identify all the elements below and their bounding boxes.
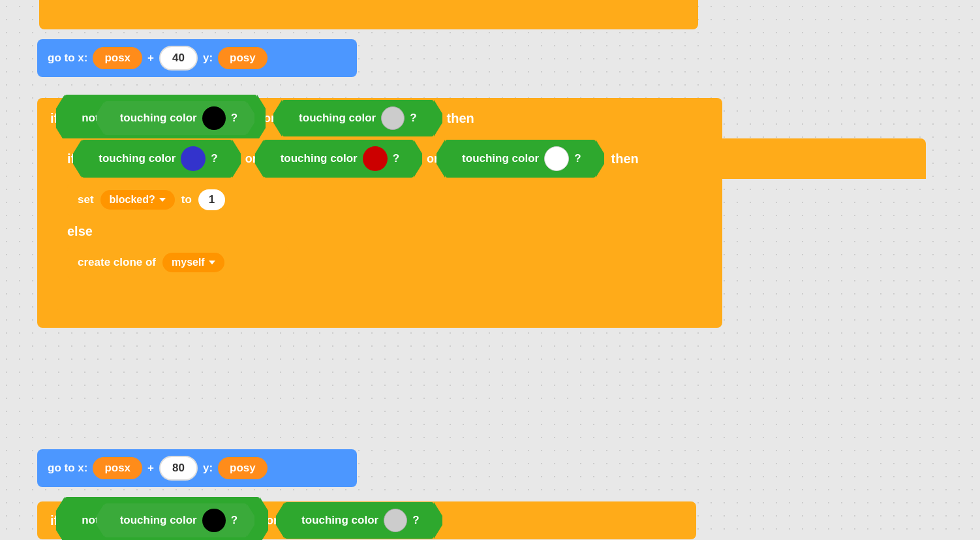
y-label: y:: [203, 52, 213, 65]
else-row: else: [57, 217, 717, 246]
plus-label: +: [147, 52, 154, 65]
clone-block[interactable]: create clone of myself: [67, 246, 289, 279]
touching-color-label-3: touching color: [99, 152, 176, 165]
inner-c-area: if touching color ? or touching color ?: [57, 138, 717, 312]
touching-color-gray-hex[interactable]: touching color ?: [282, 100, 433, 136]
inner-c-bottom-gap: [57, 279, 717, 307]
if-outer-header: if not touching color ? or touching colo…: [37, 98, 722, 138]
posx-oval[interactable]: posx: [93, 47, 142, 69]
touching-color-blue-hex[interactable]: touching color ?: [82, 140, 232, 178]
question-3: ?: [211, 152, 217, 165]
posx-oval-2[interactable]: posx: [93, 457, 142, 479]
value-oval-1[interactable]: 40: [159, 46, 198, 71]
touching-color-white-hex[interactable]: touching color ?: [445, 140, 595, 178]
partial-hex[interactable]: not touching color ?: [65, 497, 260, 540]
color-black-circle-2[interactable]: [202, 509, 226, 532]
if-inner-row: if touching color ? or touching color ?: [57, 138, 717, 179]
to-label: to: [181, 193, 192, 206]
not-hex-wrapper[interactable]: not touching color ?: [65, 95, 257, 142]
goto-block-1[interactable]: go to x: posx + 40 y: posy: [37, 39, 357, 77]
var-dropdown[interactable]: blocked?: [100, 190, 175, 210]
bottom-orange-bar: if not touching color ? or touching colo…: [37, 501, 696, 539]
then-label-outer: then: [447, 111, 474, 126]
plus-label-2: +: [147, 462, 154, 475]
set-block[interactable]: set blocked? to 1: [67, 183, 312, 217]
top-bar: [39, 0, 698, 29]
question-2: ?: [410, 112, 416, 125]
touching-color-label-2: touching color: [299, 112, 376, 125]
else-label: else: [67, 224, 93, 239]
touching-color-red-hex[interactable]: touching color ?: [264, 140, 414, 178]
var-name: blocked?: [110, 194, 155, 206]
value-oval-set[interactable]: 1: [198, 189, 225, 210]
color-gray-circle-2[interactable]: [384, 509, 407, 532]
touching-color-label-5: touching color: [462, 152, 539, 165]
posy-oval[interactable]: posy: [218, 47, 268, 69]
value-oval-2[interactable]: 80: [159, 456, 198, 481]
color-blue-circle[interactable]: [181, 146, 206, 171]
question-5: ?: [574, 152, 581, 165]
touching-color-black-hex[interactable]: touching color ?: [104, 101, 247, 135]
goto-label: go to x:: [48, 52, 87, 65]
set-label: set: [78, 193, 94, 206]
partial-gray-hex[interactable]: touching color ?: [284, 502, 433, 539]
y-label-2: y:: [203, 462, 213, 475]
outer-c-bottom-gap: [37, 312, 722, 321]
goto-block-2[interactable]: go to x: posx + 80 y: posy: [37, 449, 357, 487]
color-black-circle[interactable]: [202, 106, 226, 130]
myself-label: myself: [172, 257, 205, 268]
dropdown-arrow-clone: [209, 261, 215, 264]
if-inner-header-bg: if touching color ? or touching color ?: [57, 138, 926, 179]
color-lightgray-circle[interactable]: [381, 106, 405, 130]
color-red-circle[interactable]: [363, 146, 388, 171]
partial-inner-hex[interactable]: touching color ?: [104, 503, 247, 537]
question-1: ?: [231, 112, 237, 125]
then-label-inner: then: [611, 151, 639, 167]
goto-label-2: go to x:: [48, 462, 87, 475]
posy-oval-2[interactable]: posy: [218, 457, 268, 479]
question-4: ?: [393, 152, 399, 165]
touching-color-label-4: touching color: [281, 152, 358, 165]
myself-dropdown[interactable]: myself: [162, 253, 224, 272]
color-white-circle[interactable]: [544, 146, 569, 171]
dropdown-arrow-set: [159, 198, 166, 202]
outer-c-block: if not touching color ? or touching colo…: [37, 98, 722, 328]
create-clone-label: create clone of: [78, 256, 156, 269]
touching-color-label-1: touching color: [120, 112, 197, 125]
